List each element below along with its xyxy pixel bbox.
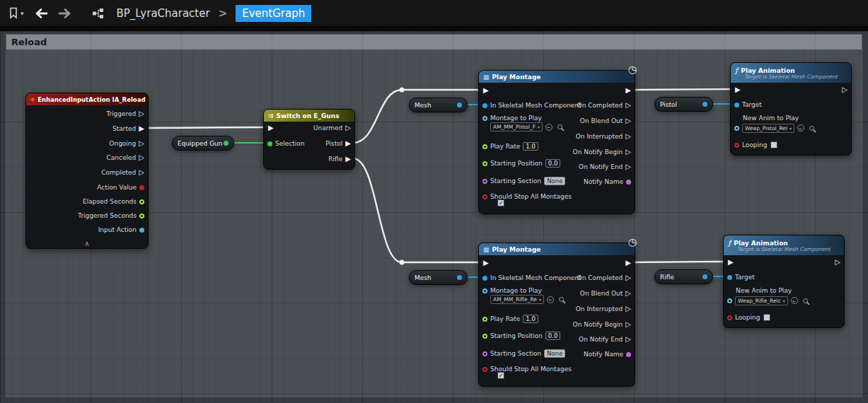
exec-pin-canceled[interactable]: ▷ [139, 154, 144, 161]
data-pin-montage-to-play[interactable] [482, 116, 487, 121]
wire-exec-started-to-switch[interactable] [148, 127, 267, 128]
play-montage-node-rifle[interactable]: ◷ ▦ Play Montage ▶ In Skeletal Mesh Comp… [478, 243, 635, 387]
variable-node-mesh-top[interactable]: Mesh [409, 98, 468, 112]
looping-checkbox[interactable] [763, 314, 770, 321]
play-animation-node-rifle[interactable]: ƒ Play Animation Target is Skeletal Mesh… [723, 235, 845, 328]
output-pin-mesh-top[interactable] [457, 103, 462, 107]
data-pin-starting-position[interactable] [482, 161, 487, 166]
exec-out-pin[interactable]: ▶ [625, 259, 631, 267]
exec-pin-rifle[interactable]: ▶ [345, 156, 351, 163]
data-pin-triggered-seconds[interactable] [139, 214, 144, 218]
data-pin-input-action[interactable] [139, 228, 144, 233]
data-pin-target[interactable] [734, 103, 739, 107]
data-pin-starting-section[interactable] [482, 179, 487, 184]
exec-in-pin[interactable]: ▶ [268, 124, 274, 132]
wire-exec-montage-to-anim-top[interactable] [632, 89, 732, 90]
play-montage-node-pistol[interactable]: ◷ ▦ Play Montage ▶ In Skeletal Mesh Comp… [478, 70, 635, 214]
data-pin-notify-name[interactable] [626, 352, 631, 357]
variable-node-rifle[interactable]: Rifle [654, 269, 713, 284]
anim-dropdown[interactable]: Weap_Pistol_Rel ▾ [742, 124, 794, 133]
exec-pin-on-completed[interactable]: ▷ [625, 102, 631, 109]
use-selected-asset-icon[interactable]: ← [547, 296, 554, 303]
variable-node-equipped-gun[interactable]: Equipped Gun [172, 136, 234, 151]
anim-dropdown[interactable]: Weap_Rifle_Relc ▾ [735, 296, 788, 305]
exec-pin-on-notify-end[interactable]: ▷ [625, 163, 631, 170]
montage-dropdown[interactable]: AM_MM_Pistol_F ▾ [490, 122, 543, 132]
wire-exec-rifle-to-playmontage-bottom[interactable] [353, 158, 482, 262]
exec-out-pin[interactable]: ▷ [835, 259, 840, 266]
data-pin-target[interactable] [727, 275, 732, 280]
reroute-node-bottom[interactable] [400, 260, 405, 265]
data-pin-should-stop[interactable] [482, 194, 487, 199]
use-selected-asset-icon[interactable]: ← [797, 124, 804, 132]
exec-in-pin[interactable]: ▶ [483, 87, 489, 94]
exec-in-pin[interactable]: ▶ [483, 259, 489, 267]
wire-exec-montage-to-anim-bottom[interactable] [632, 262, 725, 262]
montage-dropdown[interactable]: AM_MM_Rifle_Re ▾ [490, 295, 544, 304]
data-pin-should-stop[interactable] [482, 367, 487, 372]
data-pin-montage-to-play[interactable] [482, 288, 487, 293]
should-stop-checkbox[interactable]: ✔ [497, 372, 504, 379]
exec-pin-on-interrupted[interactable]: ▷ [625, 305, 631, 313]
starting-position-field[interactable]: 0.0 [545, 332, 561, 340]
data-pin-looping[interactable] [734, 143, 739, 148]
output-pin-mesh-bottom[interactable] [457, 275, 462, 280]
browse-asset-icon[interactable] [803, 298, 808, 303]
starting-section-field[interactable]: None [544, 349, 565, 358]
data-pin-notify-name[interactable] [626, 180, 631, 185]
collapse-node-icon[interactable]: ∧ [84, 240, 89, 247]
exec-pin-on-notify-begin[interactable]: ▷ [625, 148, 631, 156]
use-selected-asset-icon[interactable]: ← [545, 124, 552, 131]
forward-button[interactable] [57, 6, 74, 21]
data-pin-looping[interactable] [727, 315, 732, 320]
bookmark-button[interactable]: ▾ [7, 6, 25, 21]
output-pin-rifle[interactable] [702, 274, 707, 279]
exec-in-pin[interactable]: ▶ [728, 259, 734, 266]
data-pin-elapsed-seconds[interactable] [139, 199, 144, 204]
variable-node-pistol[interactable]: Pistol [654, 97, 713, 112]
exec-out-pin[interactable]: ▷ [842, 86, 847, 93]
exec-pin-ongoing[interactable]: ▷ [139, 140, 144, 147]
exec-pin-completed[interactable]: ▷ [139, 169, 144, 176]
exec-pin-unarmed[interactable]: ▷ [345, 124, 351, 132]
event-node-enhanced-input-ia-reload[interactable]: ◆ EnhancedInputAction IA_Reload Triggere… [25, 93, 149, 249]
exec-pin-on-interrupted[interactable]: ▷ [625, 133, 631, 140]
data-pin-selection[interactable] [267, 141, 272, 146]
back-button[interactable] [33, 6, 50, 21]
switch-node-e-guns[interactable]: ⇉ Switch on E_Guns ▶ Unarmed ▷ Selection… [263, 109, 355, 170]
breadcrumb-root[interactable]: BP_LyraCharacter [117, 7, 210, 20]
data-pin-in-skeletal-mesh[interactable] [482, 276, 487, 281]
data-pin-new-anim[interactable] [734, 126, 739, 131]
play-rate-field[interactable]: 1.0 [523, 142, 538, 151]
exec-out-pin[interactable]: ▶ [625, 87, 631, 94]
exec-pin-on-notify-begin[interactable]: ▷ [625, 321, 631, 328]
exec-pin-started[interactable]: ▶ [139, 125, 144, 132]
data-pin-play-rate[interactable] [482, 317, 487, 322]
exec-pin-triggered[interactable]: ▷ [139, 110, 144, 117]
browse-asset-icon[interactable] [557, 124, 562, 129]
data-pin-in-skeletal-mesh[interactable] [482, 103, 487, 108]
should-stop-checkbox[interactable]: ✔ [497, 199, 504, 206]
data-pin-new-anim[interactable] [727, 298, 732, 303]
exec-pin-on-notify-end[interactable]: ▷ [625, 336, 631, 343]
exec-pin-on-blend-out[interactable]: ▷ [625, 290, 631, 297]
variable-node-mesh-bottom[interactable]: Mesh [409, 270, 468, 285]
exec-pin-on-blend-out[interactable]: ▷ [625, 117, 631, 124]
data-pin-action-value[interactable] [139, 185, 144, 190]
reroute-node-top[interactable] [400, 88, 405, 93]
graph-hierarchy-button[interactable] [91, 6, 105, 21]
starting-section-field[interactable]: None [544, 177, 565, 185]
exec-pin-pistol[interactable]: ▶ [345, 140, 351, 147]
play-rate-field[interactable]: 1.0 [523, 315, 538, 323]
data-pin-starting-section[interactable] [482, 351, 487, 356]
graph-canvas[interactable]: Reload ◆ EnhancedInputAction IA_Reload T… [0, 31, 868, 403]
use-selected-asset-icon[interactable]: ← [791, 297, 798, 304]
exec-pin-on-completed[interactable]: ▷ [625, 274, 631, 281]
breadcrumb-current[interactable]: EventGraph [236, 5, 311, 22]
data-pin-play-rate[interactable] [482, 144, 487, 149]
data-pin-starting-position[interactable] [482, 334, 487, 339]
looping-checkbox[interactable] [770, 141, 777, 148]
browse-asset-icon[interactable] [809, 126, 814, 131]
starting-position-field[interactable]: 0.0 [545, 159, 561, 168]
output-pin-equipped-gun[interactable] [224, 141, 228, 146]
